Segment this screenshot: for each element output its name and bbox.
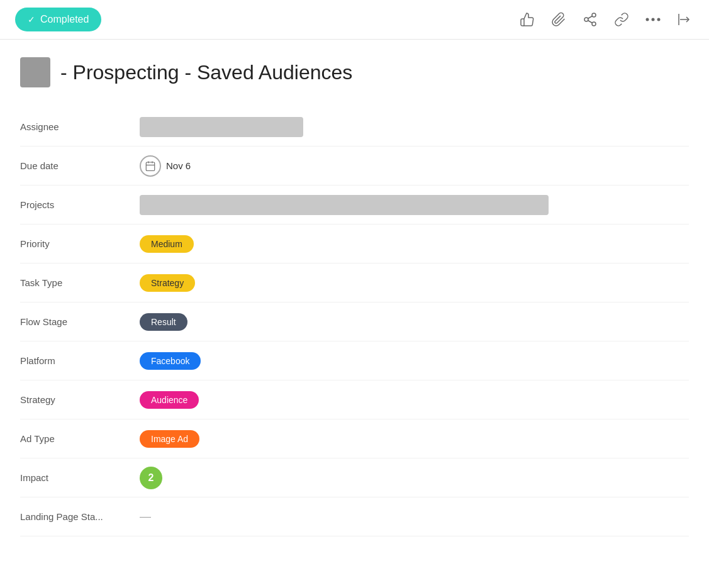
thumbs-up-icon[interactable] — [518, 10, 537, 29]
landing-page-value[interactable]: — — [140, 510, 151, 523]
projects-row: Projects — [20, 186, 689, 225]
due-date-row: Due date Nov 6 — [20, 147, 689, 186]
check-icon: ✓ — [28, 14, 35, 25]
ad-type-label: Ad Type — [20, 433, 140, 444]
paperclip-icon[interactable] — [549, 10, 568, 29]
strategy-label: Strategy — [20, 394, 140, 405]
impact-circle[interactable]: 2 — [140, 467, 162, 489]
page-title: - Prospecting - Saved Audiences — [60, 61, 352, 84]
ad-type-value[interactable]: Image Ad — [140, 430, 199, 448]
svg-point-7 — [657, 18, 661, 21]
task-type-row: Task Type Strategy — [20, 263, 689, 302]
flow-stage-label: Flow Stage — [20, 316, 140, 327]
completed-button[interactable]: ✓ Completed — [15, 8, 101, 31]
priority-badge[interactable]: Medium — [140, 235, 194, 253]
strategy-badge[interactable]: Audience — [140, 391, 199, 409]
title-color-square — [20, 57, 50, 87]
svg-rect-10 — [146, 162, 155, 171]
platform-row: Platform Facebook — [20, 341, 689, 380]
calendar-icon — [140, 155, 161, 177]
flow-stage-value[interactable]: Result — [140, 313, 187, 331]
svg-point-1 — [584, 18, 588, 21]
landing-page-row: Landing Page Sta... — — [20, 497, 689, 536]
strategy-row: Strategy Audience — [20, 380, 689, 419]
landing-page-dash: — — [140, 510, 151, 523]
share-icon[interactable] — [581, 10, 600, 29]
projects-value[interactable] — [140, 195, 549, 215]
title-row: - Prospecting - Saved Audiences — [20, 57, 689, 87]
completed-label: Completed — [40, 14, 89, 25]
platform-value[interactable]: Facebook — [140, 352, 201, 370]
projects-bar — [140, 195, 549, 215]
strategy-value[interactable]: Audience — [140, 391, 199, 409]
top-actions — [518, 10, 694, 29]
assignee-value[interactable] — [140, 117, 303, 137]
landing-page-label: Landing Page Sta... — [20, 511, 140, 522]
task-type-value[interactable]: Strategy — [140, 274, 195, 292]
fields-table: Assignee Due date Nov 6 Projects — [20, 108, 689, 536]
ad-type-row: Ad Type Image Ad — [20, 419, 689, 458]
task-type-badge[interactable]: Strategy — [140, 274, 195, 292]
svg-point-6 — [652, 18, 655, 21]
assignee-label: Assignee — [20, 121, 140, 132]
assignee-bar — [140, 117, 303, 137]
svg-point-2 — [592, 22, 596, 26]
priority-label: Priority — [20, 238, 140, 249]
expand-icon[interactable] — [675, 10, 694, 29]
flow-stage-badge[interactable]: Result — [140, 313, 187, 331]
priority-value[interactable]: Medium — [140, 235, 194, 253]
content-area: - Prospecting - Saved Audiences Assignee… — [0, 40, 709, 554]
flow-stage-row: Flow Stage Result — [20, 302, 689, 341]
task-type-label: Task Type — [20, 277, 140, 288]
svg-point-0 — [592, 13, 596, 17]
platform-label: Platform — [20, 355, 140, 366]
svg-point-5 — [646, 18, 649, 21]
top-bar: ✓ Completed — [0, 0, 709, 40]
impact-value[interactable]: 2 — [140, 467, 162, 489]
impact-label: Impact — [20, 472, 140, 483]
link-icon[interactable] — [612, 10, 631, 29]
svg-line-4 — [588, 16, 593, 19]
priority-row: Priority Medium — [20, 225, 689, 263]
more-options-icon[interactable] — [644, 10, 662, 29]
svg-line-3 — [588, 21, 593, 23]
assignee-row: Assignee — [20, 108, 689, 147]
ad-type-badge[interactable]: Image Ad — [140, 430, 199, 448]
projects-label: Projects — [20, 199, 140, 210]
due-date-text: Nov 6 — [166, 160, 191, 171]
due-date-label: Due date — [20, 160, 140, 171]
due-date-value[interactable]: Nov 6 — [140, 155, 191, 177]
impact-row: Impact 2 — [20, 458, 689, 497]
platform-badge[interactable]: Facebook — [140, 352, 201, 370]
